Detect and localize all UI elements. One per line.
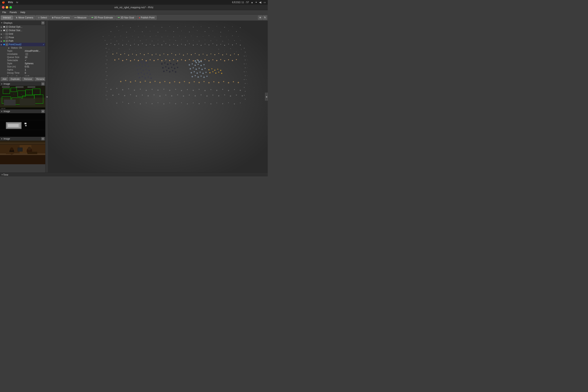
display-item-grid[interactable]: ▶ Grid	[0, 32, 45, 36]
mouse-icon: 🖱	[16, 16, 18, 19]
app-name[interactable]: RViz	[8, 1, 13, 4]
svg-point-135	[111, 43, 111, 44]
mac-menubar: 🍎 RViz rv 6月23日 11：57 ▲ ✦ ◀) ▭	[0, 0, 268, 5]
focus-camera-button[interactable]: ⊕ Focus Camera	[50, 16, 72, 20]
svg-point-132	[234, 40, 235, 41]
displays-close[interactable]: ✕	[41, 21, 44, 24]
rviz-menu[interactable]: rv	[16, 1, 18, 4]
display-checkbox[interactable]: ✓	[6, 29, 8, 32]
image-panel-3-close[interactable]: ✕	[41, 137, 44, 140]
svg-point-438	[146, 102, 146, 103]
svg-point-271	[148, 70, 150, 71]
svg-point-191	[244, 79, 244, 80]
time-label: Time	[3, 174, 8, 176]
svg-point-224	[218, 53, 219, 54]
image-panel-1-close[interactable]: ✕	[41, 82, 44, 86]
displays-header[interactable]: ▼ Displays ✕	[0, 21, 45, 25]
svg-point-273	[141, 72, 142, 73]
display-checkbox[interactable]: ✓	[6, 26, 8, 28]
svg-point-175	[106, 71, 106, 72]
apple-icon[interactable]: 🍎	[2, 1, 5, 4]
help-menu[interactable]: Help	[19, 10, 27, 14]
file-menu[interactable]: File	[1, 10, 8, 14]
menu-bar: File Panels Help	[0, 10, 268, 14]
svg-point-427	[220, 70, 221, 71]
svg-rect-15	[20, 98, 35, 106]
svg-point-53	[122, 26, 123, 26]
svg-point-179	[106, 87, 106, 88]
svg-point-245	[173, 59, 174, 60]
rename-button[interactable]: Rename	[34, 77, 46, 81]
svg-point-205	[144, 54, 145, 55]
minimize-button[interactable]	[6, 6, 8, 8]
3d-viewport[interactable]: ◀	[48, 21, 268, 172]
duplicate-button[interactable]: Duplicate	[9, 77, 22, 81]
select-icon: ⊹	[38, 16, 40, 19]
svg-point-154	[185, 44, 186, 45]
image-panel-1-header[interactable]: ▼ Image ✕	[0, 82, 45, 86]
display-item-pose[interactable]: ▶ Pose	[0, 36, 45, 39]
svg-point-165	[228, 44, 229, 44]
svg-point-78	[181, 31, 182, 31]
display-checkbox[interactable]: ✓	[6, 40, 8, 42]
publish-point-button[interactable]: ● Publish Point	[136, 16, 156, 20]
display-checkbox[interactable]	[6, 33, 8, 35]
svg-point-194	[245, 91, 246, 92]
svg-rect-51	[48, 21, 268, 172]
svg-point-426	[217, 69, 218, 70]
camera-viz-svg: 0:00:00	[0, 86, 45, 109]
remove-button[interactable]: Remove	[22, 77, 34, 81]
svg-point-206	[148, 53, 148, 54]
svg-point-144	[146, 45, 146, 46]
svg-point-267	[137, 69, 138, 70]
toolbar-extra-btn1[interactable]: ⊕	[258, 16, 262, 20]
toolbar-extra-btn2[interactable]: ⇅	[263, 16, 267, 20]
unreliable-checkbox[interactable]	[26, 53, 28, 56]
svg-rect-30	[24, 123, 26, 124]
image-panel-2-header[interactable]: ▼ Image ✕	[0, 109, 45, 113]
display-checkbox[interactable]: ✓	[6, 43, 8, 46]
svg-point-332	[175, 71, 176, 73]
svg-point-169	[106, 48, 106, 48]
display-item-global-status[interactable]: ▶ ✓ Global Stat...	[0, 28, 45, 32]
svg-point-437	[140, 104, 141, 104]
svg-point-300	[194, 71, 195, 72]
close-button[interactable]	[2, 6, 4, 8]
left-panel-collapse-handle[interactable]: ◀	[46, 21, 48, 172]
image-panel-3-header[interactable]: ▼ Image ✕	[0, 137, 45, 141]
svg-point-287	[189, 64, 190, 66]
svg-point-357	[238, 82, 239, 83]
svg-point-22	[29, 92, 30, 93]
svg-point-106	[220, 36, 221, 37]
svg-point-353	[218, 82, 220, 83]
pose-estimate-button[interactable]: ⮕ 2D Pose Estimate	[89, 16, 115, 20]
display-item-path[interactable]: ▶ ✓ Path	[0, 39, 45, 43]
svg-point-445	[187, 104, 188, 104]
svg-point-257	[220, 59, 221, 60]
svg-point-227	[230, 55, 231, 56]
svg-point-442	[169, 102, 170, 103]
image-panel-2-close[interactable]: ✕	[41, 110, 44, 113]
right-panel-collapse[interactable]: ◀	[265, 93, 268, 100]
select-button[interactable]: ⊹ Select	[36, 16, 49, 20]
display-item-pointcloud2[interactable]: ▶ ✓ PointCloud2 ✓	[0, 43, 45, 46]
display-name: Grid	[8, 32, 44, 35]
svg-point-283	[144, 61, 145, 62]
svg-point-195	[244, 95, 244, 96]
display-item-global-options[interactable]: ▶ ✓ Global Opti...	[0, 25, 45, 28]
measure-button[interactable]: ⊶ Measure	[72, 16, 88, 20]
scroll-down-btn[interactable]: ▾	[42, 75, 44, 76]
nav-goal-button[interactable]: ⮕ 2D Nav Goal	[116, 16, 136, 20]
add-button[interactable]: Add	[1, 77, 8, 81]
display-checkbox[interactable]	[6, 36, 8, 39]
maximize-button[interactable]	[10, 6, 12, 8]
svg-point-110	[105, 40, 106, 41]
svg-point-328	[163, 70, 165, 72]
panels-menu[interactable]: Panels	[8, 10, 18, 14]
interact-button[interactable]: Interact	[1, 16, 13, 20]
svg-point-204	[140, 53, 141, 54]
move-camera-button[interactable]: 🖱 Move Camera	[13, 16, 35, 20]
svg-point-213	[175, 54, 176, 56]
svg-point-225	[222, 54, 223, 56]
svg-point-374	[204, 90, 206, 91]
